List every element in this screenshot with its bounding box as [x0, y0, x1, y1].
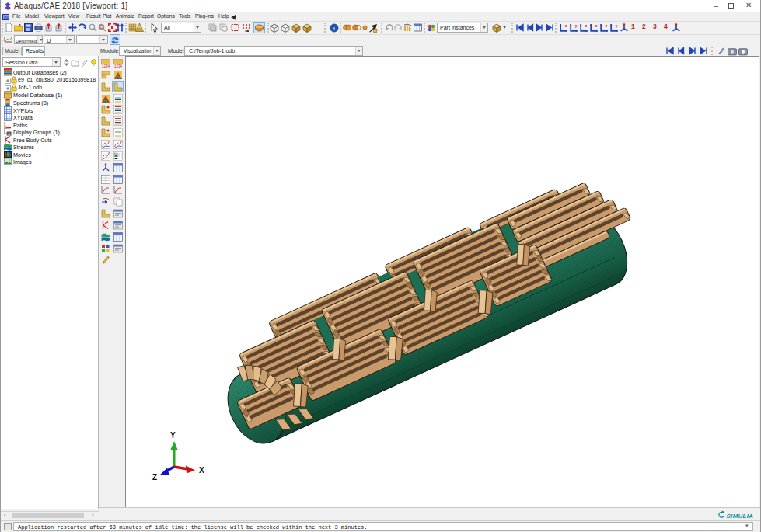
- svg-text:1234: 1234: [114, 64, 123, 68]
- svg-text:Z: Z: [152, 473, 157, 482]
- svg-text:x: x: [595, 24, 598, 28]
- svg-text:x: x: [565, 24, 567, 28]
- svg-text:1234: 1234: [102, 64, 110, 68]
- svg-text:y: y: [575, 24, 578, 28]
- svg-text:SIMULIA: SIMULIA: [727, 513, 754, 520]
- svg-text:z: z: [606, 24, 608, 28]
- svg-text:X: X: [199, 466, 204, 475]
- svg-text:y: y: [616, 24, 618, 28]
- svg-text:z: z: [585, 24, 588, 28]
- svg-text:Y: Y: [170, 431, 176, 440]
